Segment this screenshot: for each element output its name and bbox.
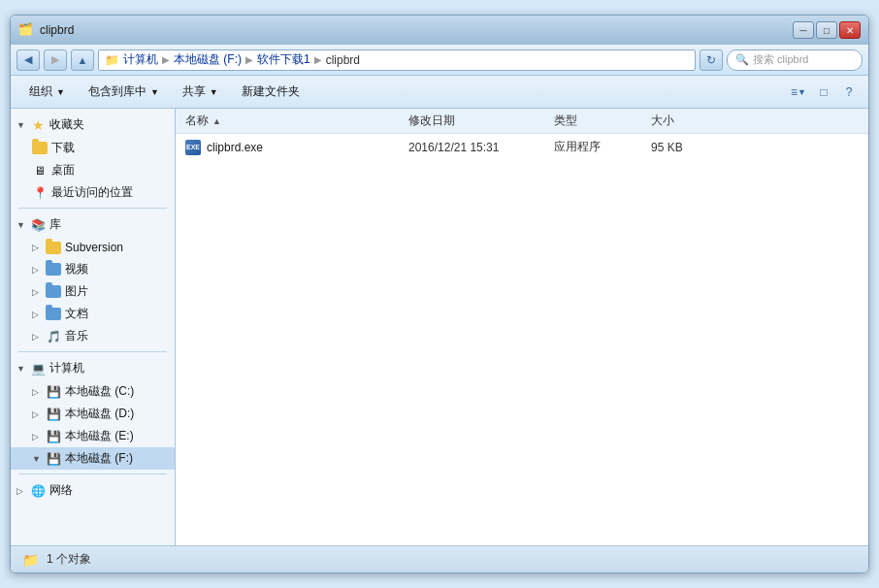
organize-arrow: ▼ <box>56 87 65 97</box>
search-bar[interactable]: 🔍 搜索 clipbrd <box>727 49 863 71</box>
sidebar-item-music[interactable]: ▷ 🎵 音乐 <box>11 325 175 347</box>
col-date-header[interactable]: 修改日期 <box>408 113 554 129</box>
help-icon: ? <box>846 85 853 99</box>
desktop-icon: 🖥 <box>32 163 48 179</box>
sidebar-item-desktop[interactable]: 🖥 桌面 <box>11 159 175 181</box>
network-label: 网络 <box>49 482 73 499</box>
sidebar-item-pictures[interactable]: ▷ 图片 <box>11 280 175 303</box>
downloads-label: 下载 <box>51 140 75 156</box>
titlebar: 🗂️ clipbrd ─ □ ✕ <box>11 16 868 45</box>
video-folder-icon <box>46 262 61 278</box>
file-type: 应用程序 <box>554 140 601 153</box>
video-label: 视频 <box>65 261 88 278</box>
docs-label: 文档 <box>65 306 88 322</box>
file-date-cell: 2016/12/21 15:31 <box>408 141 554 154</box>
sidebar-sep3 <box>18 474 167 474</box>
sidebar-computer-header[interactable]: ▼ 💻 计算机 <box>11 356 175 380</box>
desktop-label: 桌面 <box>51 162 75 179</box>
favorites-expand-icon: ▼ <box>16 120 26 130</box>
drive-e-label: 本地磁盘 (E:) <box>65 428 134 444</box>
sidebar-item-drive-c[interactable]: ▷ 💾 本地磁盘 (C:) <box>11 380 175 403</box>
sidebar-network-header[interactable]: ▷ 🌐 网络 <box>11 478 175 503</box>
file-pane: 名称 ▲ 修改日期 类型 大小 EXE clipbrd.exe <box>176 109 868 545</box>
breadcrumb-sep3: ▶ <box>314 54 322 65</box>
maximize-button[interactable]: □ <box>816 21 837 39</box>
addressbar: ◀ ▶ ▲ 📁 计算机 ▶ 本地磁盘 (F:) ▶ 软件下载1 ▶ clipbr… <box>11 45 868 76</box>
status-count: 1 个对象 <box>47 551 91 568</box>
col-name-header[interactable]: 名称 ▲ <box>185 113 408 129</box>
col-type-label: 类型 <box>554 114 577 127</box>
file-header: 名称 ▲ 修改日期 类型 大小 <box>176 109 868 134</box>
table-row[interactable]: EXE clipbrd.exe 2016/12/21 15:31 应用程序 95… <box>176 136 868 158</box>
video-expand-icon: ▷ <box>32 265 42 275</box>
recent-label: 最近访问的位置 <box>51 184 133 201</box>
main-content: ▼ ★ 收藏夹 下载 🖥 桌面 📍 最近访问的位置 <box>11 109 868 545</box>
favorites-star-icon: ★ <box>30 117 46 133</box>
drive-c-expand-icon: ▷ <box>32 387 42 397</box>
sort-arrow: ▲ <box>212 116 221 126</box>
toolbar-right: ≡ ▼ □ ? <box>787 81 861 104</box>
drive-d-icon: 💾 <box>46 407 61 422</box>
minimize-button[interactable]: ─ <box>793 21 814 39</box>
status-folder-icon: 📁 <box>22 552 39 568</box>
titlebar-left: 🗂️ clipbrd <box>18 22 74 38</box>
views-arrow: ▼ <box>798 87 806 97</box>
sidebar-item-docs[interactable]: ▷ 文档 <box>11 303 175 325</box>
sidebar-item-video[interactable]: ▷ 视频 <box>11 258 175 280</box>
close-button[interactable]: ✕ <box>839 21 861 39</box>
subversion-label: Subversion <box>65 241 123 254</box>
breadcrumb-folder[interactable]: 软件下载1 <box>257 51 310 68</box>
drive-d-expand-icon: ▷ <box>32 409 42 419</box>
share-button[interactable]: 共享 ▼ <box>172 80 229 105</box>
sidebar-sep1 <box>18 208 167 209</box>
sidebar-item-drive-f[interactable]: ▼ 💾 本地磁盘 (F:) <box>11 447 175 470</box>
back-button[interactable]: ◀ <box>16 49 40 71</box>
sidebar-favorites-header[interactable]: ▼ ★ 收藏夹 <box>11 113 175 137</box>
breadcrumb-sep1: ▶ <box>162 54 170 65</box>
file-name: clipbrd.exe <box>207 141 263 154</box>
include-library-button[interactable]: 包含到库中 ▼ <box>78 80 170 105</box>
col-type-header[interactable]: 类型 <box>554 113 651 129</box>
sidebar-item-drive-d[interactable]: ▷ 💾 本地磁盘 (D:) <box>11 403 175 425</box>
col-size-header[interactable]: 大小 <box>651 113 729 129</box>
favorites-label: 收藏夹 <box>49 116 84 133</box>
up-button[interactable]: ▲ <box>71 49 94 71</box>
network-expand-icon: ▷ <box>16 486 26 496</box>
sidebar-library-header[interactable]: ▼ 📚 库 <box>11 212 175 237</box>
library-label: 库 <box>49 216 61 233</box>
sidebar-item-downloads[interactable]: 下载 <box>11 137 175 159</box>
window-title: clipbrd <box>40 23 74 37</box>
sidebar-item-recent[interactable]: 📍 最近访问的位置 <box>11 181 175 204</box>
col-name-label: 名称 <box>185 113 209 129</box>
views-button[interactable]: ≡ ▼ <box>787 81 810 104</box>
sidebar-item-subversion[interactable]: ▷ Subversion <box>11 237 175 258</box>
docs-expand-icon: ▷ <box>32 310 42 319</box>
breadcrumb-bar[interactable]: 📁 计算机 ▶ 本地磁盘 (F:) ▶ 软件下载1 ▶ clipbrd <box>98 49 696 71</box>
layout-button[interactable]: □ <box>812 81 835 104</box>
share-label: 共享 <box>182 83 206 100</box>
library-expand-icon: ▼ <box>16 220 26 230</box>
share-arrow: ▼ <box>210 87 218 97</box>
refresh-button[interactable]: ↻ <box>700 49 723 71</box>
drive-e-icon: 💾 <box>46 429 61 444</box>
drive-f-label: 本地磁盘 (F:) <box>65 450 133 467</box>
breadcrumb-computer[interactable]: 计算机 <box>123 51 158 68</box>
organize-label: 组织 <box>29 83 52 100</box>
titlebar-controls: ─ □ ✕ <box>793 21 861 39</box>
help-button[interactable]: ? <box>837 81 861 104</box>
organize-button[interactable]: 组织 ▼ <box>18 80 76 105</box>
file-size-cell: 95 KB <box>651 141 729 154</box>
sidebar-item-drive-e[interactable]: ▷ 💾 本地磁盘 (E:) <box>11 425 175 447</box>
forward-button[interactable]: ▶ <box>44 49 67 71</box>
new-folder-button[interactable]: 新建文件夹 <box>231 80 310 105</box>
file-date: 2016/12/21 15:31 <box>408 141 499 154</box>
col-date-label: 修改日期 <box>408 114 455 127</box>
breadcrumb-folder-icon: 📁 <box>105 53 119 67</box>
recent-icon: 📍 <box>32 185 48 201</box>
drive-c-label: 本地磁盘 (C:) <box>65 383 134 400</box>
breadcrumb-drive[interactable]: 本地磁盘 (F:) <box>174 51 242 68</box>
sidebar: ▼ ★ 收藏夹 下载 🖥 桌面 📍 最近访问的位置 <box>11 109 176 545</box>
breadcrumb-sep2: ▶ <box>245 54 253 65</box>
downloads-folder-icon <box>32 141 48 156</box>
computer-label: 计算机 <box>49 360 84 376</box>
